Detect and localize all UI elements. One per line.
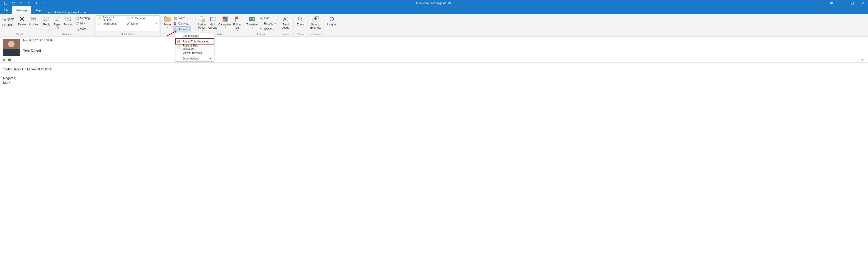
ribbon-display-button[interactable] xyxy=(826,0,837,6)
prev-item-button[interactable] xyxy=(25,0,33,6)
resend-icon xyxy=(177,45,181,49)
done-icon: ✔️ xyxy=(126,22,130,25)
zoom-icon xyxy=(297,16,304,23)
next-item-button[interactable] xyxy=(33,0,40,6)
translate-icon: aあ xyxy=(248,16,256,23)
move-button[interactable]: Move▾ xyxy=(162,15,173,28)
quick-step-secure[interactable]: 📁SECURE NETW… xyxy=(96,16,125,21)
tell-me-search[interactable]: Tell me what you want to do xyxy=(44,10,88,14)
reply-all-button[interactable]: Reply All xyxy=(52,15,62,29)
minimize-button[interactable] xyxy=(837,0,847,6)
group-speech: ARead Aloud Speech xyxy=(278,14,293,36)
chevron-down-icon: ▾ xyxy=(84,23,85,25)
read-aloud-button[interactable]: ARead Aloud xyxy=(280,15,292,29)
assign-policy-button[interactable]: Assign Policy▾ xyxy=(196,15,207,32)
insights-button[interactable]: Insights xyxy=(326,15,338,26)
ribbon: Ignore Junk▾ Delete Archive Delete Reply… xyxy=(0,14,868,36)
meeting-button[interactable]: Meeting xyxy=(74,16,91,21)
window-controls xyxy=(826,0,868,6)
svg-point-34 xyxy=(260,17,262,19)
rules-button[interactable]: Rules▾ xyxy=(173,16,191,21)
save-evernote-button[interactable]: Save to Evernote xyxy=(309,15,322,29)
mark-unread-icon xyxy=(209,16,216,23)
rules-icon xyxy=(174,16,178,20)
more-respond-button[interactable]: More▾ xyxy=(74,26,91,32)
svg-rect-28 xyxy=(222,19,225,22)
close-button[interactable] xyxy=(858,0,868,6)
delete-button[interactable]: Delete xyxy=(16,15,28,26)
chevron-down-icon: ▾ xyxy=(189,28,190,30)
related-button[interactable]: Related▾ xyxy=(258,21,277,26)
quick-steps-more-button[interactable]: ▾ xyxy=(153,16,159,32)
annotation-arrow-icon xyxy=(166,30,178,36)
menu-other-actions[interactable]: Other Actions▶ xyxy=(176,56,214,61)
reply-button[interactable]: Reply xyxy=(41,15,52,26)
message-date: Mon 6/10/2019 11:58 AM xyxy=(23,39,54,42)
find-button[interactable]: Find xyxy=(258,16,277,21)
quick-step-team[interactable]: ✉️Team Email xyxy=(96,21,125,27)
svg-rect-26 xyxy=(222,17,225,19)
menu-edit-message[interactable]: Edit Message xyxy=(176,33,214,38)
svg-rect-10 xyxy=(33,19,34,20)
svg-rect-5 xyxy=(3,18,5,20)
svg-text:a: a xyxy=(250,18,251,20)
ignore-icon xyxy=(2,17,6,21)
title-bar: Test Recall - Message (HTML) xyxy=(0,0,868,6)
svg-rect-8 xyxy=(31,17,36,19)
quick-step-manager[interactable]: 📨To Manager xyxy=(125,16,153,21)
menu-recall-message[interactable]: Recall This Message… xyxy=(176,38,214,44)
chevron-down-icon: ▾ xyxy=(225,26,226,28)
chevron-down-icon: ▾ xyxy=(156,23,157,25)
recipient-name xyxy=(13,58,13,61)
message-header: Mon 6/10/2019 11:58 AM Test Recall xyxy=(0,37,868,56)
forward-button[interactable]: Forward xyxy=(62,15,74,26)
mark-unread-button[interactable]: Mark Unread xyxy=(207,15,218,29)
menu-resend-message[interactable]: Resend This Message… xyxy=(176,44,214,50)
follow-up-button[interactable]: Follow Up▾ xyxy=(232,15,243,32)
zoom-button[interactable]: Zoom xyxy=(295,15,306,26)
svg-rect-3 xyxy=(851,2,854,4)
archive-button[interactable]: Archive xyxy=(28,15,38,26)
chevron-down-icon: ▾ xyxy=(14,24,15,26)
undo-button[interactable] xyxy=(9,0,17,6)
collapse-header-button[interactable] xyxy=(861,59,864,61)
message-subject: Test Recall xyxy=(23,49,54,53)
svg-rect-14 xyxy=(76,17,79,20)
recipients-row: To xyxy=(0,57,868,63)
svg-rect-27 xyxy=(225,17,227,19)
quick-steps-gallery[interactable]: 📁SECURE NETW… 📨To Manager ✉️Team Email ✔… xyxy=(96,16,153,32)
tab-help[interactable]: Help xyxy=(31,6,44,14)
customize-qat-button[interactable] xyxy=(40,0,48,6)
reply-icon xyxy=(43,16,50,23)
message-body: Testing Recall in Microsoft Outlook. Reg… xyxy=(0,63,868,89)
menu-view-browser[interactable]: View in Browser xyxy=(176,50,214,56)
svg-rect-23 xyxy=(202,19,205,22)
chevron-down-icon: ▾ xyxy=(88,28,88,30)
group-label-delete: Delete xyxy=(0,33,40,36)
message-from xyxy=(23,43,54,48)
chevron-down-icon: ▾ xyxy=(202,29,203,32)
group-label-insights xyxy=(324,33,339,36)
quick-step-done[interactable]: ✔️Done xyxy=(125,21,153,27)
svg-text:N: N xyxy=(175,23,176,25)
svg-rect-0 xyxy=(5,2,6,3)
im-button[interactable]: IM▾ xyxy=(74,21,91,26)
lightbulb-icon xyxy=(47,10,51,14)
save-button[interactable] xyxy=(2,0,9,6)
team-email-icon: ✉️ xyxy=(98,22,101,25)
redo-button[interactable] xyxy=(17,0,25,6)
maximize-button[interactable] xyxy=(847,0,858,6)
categorize-button[interactable]: Categorize▾ xyxy=(218,15,232,28)
categorize-icon xyxy=(221,16,229,23)
onenote-button[interactable]: NOneNote xyxy=(173,21,191,26)
flag-icon xyxy=(234,16,241,23)
junk-button[interactable]: Junk▾ xyxy=(1,22,16,28)
tab-message[interactable]: Message xyxy=(12,6,31,14)
select-button[interactable]: Select▾ xyxy=(258,26,277,32)
chevron-down-icon: ▾ xyxy=(167,26,168,28)
tab-file[interactable]: File xyxy=(0,6,12,14)
group-label-zoom: Zoom xyxy=(293,33,308,36)
to-manager-icon: 📨 xyxy=(126,17,130,20)
ignore-button[interactable]: Ignore xyxy=(1,16,16,22)
translate-button[interactable]: aあTranslate▾ xyxy=(245,15,258,28)
